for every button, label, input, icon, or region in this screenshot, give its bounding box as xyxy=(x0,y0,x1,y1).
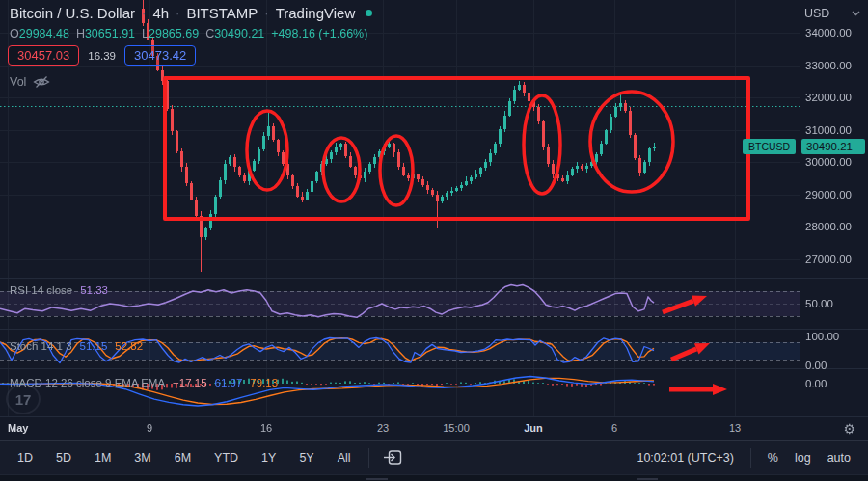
bottom-strip xyxy=(0,474,868,481)
stoch-legend: Stoch 14 1 3 51.15 52.82 xyxy=(10,340,143,352)
range-button-1m[interactable]: 1M xyxy=(95,451,111,465)
macd-hist-value: −17.15 xyxy=(173,377,207,388)
ask-price-button[interactable]: 30473.42 xyxy=(124,45,196,66)
clock-button[interactable]: 10:02:01 (UTC+3) xyxy=(637,451,733,465)
platform-label: TradingView xyxy=(276,5,356,21)
toolbar-divider xyxy=(750,448,751,468)
indicator-axis-label: 0.00 xyxy=(805,376,827,391)
volume-label: Vol xyxy=(10,75,26,89)
percent-scale-button[interactable]: % xyxy=(768,451,778,465)
chevron-down-icon xyxy=(852,11,860,16)
log-scale-button[interactable]: log xyxy=(795,451,811,465)
indicator-axis-label: 50.00 xyxy=(805,296,833,311)
rsi-legend: RSI 14 close 51.33 xyxy=(10,284,108,296)
price-axis-label: 28000.00 xyxy=(805,219,852,234)
go-to-date-button[interactable] xyxy=(383,449,402,466)
symbol-price-tag: BTCUSD xyxy=(743,139,796,154)
rsi-label: RSI 14 close xyxy=(10,284,72,296)
current-price-label: 30490.21 xyxy=(801,139,865,154)
auto-scale-button[interactable]: auto xyxy=(827,451,851,465)
price-axis-label: 31000.00 xyxy=(805,122,852,138)
macd-signal-value: 79.13 xyxy=(250,377,278,388)
high-value: 30651.91 xyxy=(85,27,135,40)
range-button-group: 1D5D1M3M6MYTD1Y5YAll xyxy=(17,451,374,465)
close-value: 30490.21 xyxy=(214,27,264,40)
legend-separator: · xyxy=(176,6,179,20)
range-button-6m[interactable]: 6M xyxy=(175,451,191,465)
market-status-icon[interactable] xyxy=(366,10,372,16)
rsi-value: 51.33 xyxy=(80,284,108,296)
change-value: +498.16 (+1.66%) xyxy=(271,27,367,40)
indicator-axis-label: 0.00 xyxy=(805,358,827,373)
legend-separator: · xyxy=(264,6,268,20)
range-button-1d[interactable]: 1D xyxy=(17,451,33,465)
time-axis-label: 6 xyxy=(611,422,617,434)
macd-line-value: 61.97 xyxy=(215,377,243,388)
range-button-ytd[interactable]: YTD xyxy=(214,451,238,465)
stoch-d-value: 52.82 xyxy=(115,340,143,352)
open-label: O xyxy=(10,27,19,40)
strip-segment xyxy=(366,478,388,480)
eye-slash-icon[interactable] xyxy=(33,75,50,89)
open-value: 29984.48 xyxy=(19,27,69,40)
bid-price-button[interactable]: 30457.03 xyxy=(8,45,79,66)
price-axis-label: 33000.00 xyxy=(805,58,852,73)
time-axis-label: 15:00 xyxy=(443,422,470,434)
high-label: H xyxy=(76,27,85,40)
range-button-1y[interactable]: 1Y xyxy=(261,451,276,465)
time-axis-label: 16 xyxy=(260,422,272,434)
bottom-toolbar: 1D5D1M3M6MYTD1Y5YAll 10:02:01 (UTC+3) % … xyxy=(0,440,868,474)
macd-legend: MACD 12 26 close 9 EMA EMA −17.15 61.97 … xyxy=(10,377,278,388)
range-button-5d[interactable]: 5D xyxy=(56,451,71,465)
strip-segment xyxy=(637,478,658,480)
low-value: 29865.69 xyxy=(149,27,199,40)
interval-label: 4h xyxy=(152,5,169,21)
currency-dropdown[interactable]: USD xyxy=(804,7,860,20)
price-axis-label: 27000.00 xyxy=(805,252,852,267)
indicator-axis-label: 100.00 xyxy=(805,329,839,344)
toolbar-divider xyxy=(368,448,369,468)
legend-separator: · xyxy=(142,6,146,20)
volume-legend: Vol xyxy=(10,75,50,89)
time-axis-label: 13 xyxy=(729,422,741,434)
time-axis[interactable]: May9162315:00Jun613 ⚙ xyxy=(0,416,868,440)
close-label: C xyxy=(205,27,214,40)
time-axis-label: 23 xyxy=(377,422,389,434)
price-axis-label: 30000.00 xyxy=(805,154,852,170)
currency-label: USD xyxy=(804,7,829,20)
ohlc-legend: O29984.48 H30651.91 L29865.69 C30490.21 … xyxy=(10,27,367,40)
spread-value: 16.39 xyxy=(88,50,116,62)
bid-ask-row: 30457.03 16.39 30473.42 xyxy=(8,45,196,66)
low-label: L xyxy=(142,27,149,40)
price-axis-label: 29000.00 xyxy=(805,187,852,202)
range-button-3m[interactable]: 3M xyxy=(134,451,150,465)
time-axis-label: May xyxy=(8,422,28,434)
tradingview-watermark: 17 xyxy=(6,384,41,414)
symbol-title: Bitcoin / U.S. Dollar xyxy=(10,5,135,21)
gear-icon[interactable]: ⚙ xyxy=(843,421,855,437)
price-axis-label: 34000.00 xyxy=(805,25,852,40)
range-button-all[interactable]: All xyxy=(338,451,351,465)
time-axis-label: Jun xyxy=(524,422,543,434)
range-button-5y[interactable]: 5Y xyxy=(299,451,313,465)
stoch-k-value: 51.15 xyxy=(80,340,108,352)
axis-corner-divider xyxy=(800,417,800,441)
symbol-legend[interactable]: Bitcoin / U.S. Dollar · 4h · BITSTAMP · … xyxy=(10,5,372,21)
tradingview-chart-window: Bitcoin / U.S. Dollar · 4h · BITSTAMP · … xyxy=(0,0,868,481)
time-axis-label: 9 xyxy=(147,422,152,434)
price-axis-label: 32000.00 xyxy=(805,90,852,105)
stoch-label: Stoch 14 1 3 xyxy=(10,340,72,352)
exchange-label: BITSTAMP xyxy=(186,5,258,21)
